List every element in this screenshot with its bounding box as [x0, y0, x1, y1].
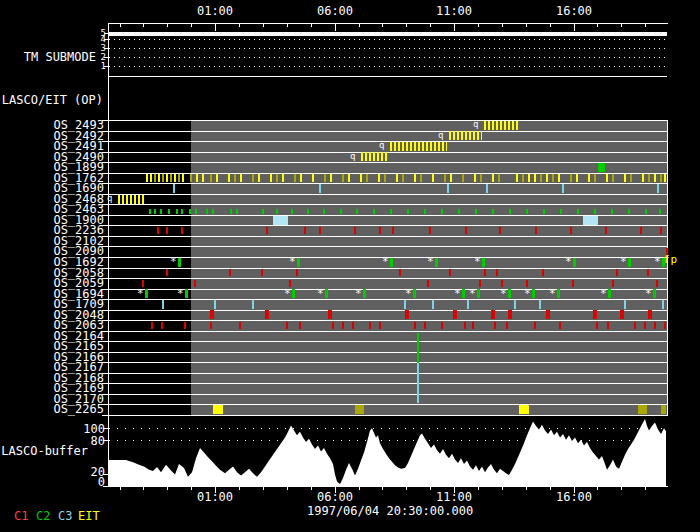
row-separator-line: [108, 299, 668, 300]
event-tick-yo: [552, 174, 554, 182]
top-axis-tick-minor: [550, 24, 551, 27]
tm-submode-level-tick: [104, 57, 108, 58]
event-tick-yb: [492, 174, 494, 182]
event-tick-rd: [166, 269, 168, 276]
event-tick-gs: [458, 209, 460, 214]
event-tick-yb: [174, 174, 176, 182]
event-tick-green: [325, 289, 328, 298]
star-marker: *: [474, 255, 481, 268]
event-tick-rd: [304, 227, 306, 234]
event-tick-cy: [514, 300, 516, 309]
top-axis-tick-minor: [645, 24, 646, 27]
row-separator-line: [108, 331, 668, 332]
event-tick-gs: [390, 209, 392, 214]
event-hatched-sequence: [118, 195, 145, 204]
q-marker: q: [379, 140, 384, 151]
event-tick-yo: [402, 174, 404, 182]
event-tick-rt: [546, 310, 550, 319]
q-marker: q: [350, 151, 355, 162]
event-tick-rd: [499, 227, 501, 234]
tm-submode-dotted-gridline: [109, 39, 668, 40]
bottom-axis-tick-minor: [526, 487, 527, 490]
event-tick-green: [390, 258, 393, 267]
event-tick-rd: [656, 280, 658, 287]
event-tick-gs: [168, 209, 170, 214]
top-axis-tick-minor: [239, 24, 240, 27]
event-tick-rd: [369, 322, 371, 329]
event-tick-rt: [508, 310, 512, 319]
star-marker: *: [654, 255, 661, 268]
bottom-axis-tick-minor: [597, 487, 598, 490]
event-block-yo: [661, 405, 666, 414]
tm-submode-dotted-gridline: [109, 57, 668, 58]
row-separator-line: [108, 373, 668, 374]
event-tick-gs: [176, 209, 178, 214]
row-separator-line: [108, 173, 668, 174]
q-marker: q: [473, 119, 478, 130]
event-tick-gs: [628, 209, 630, 214]
event-tick-rd: [352, 322, 354, 329]
buffer-ytick-mark: [103, 486, 108, 487]
event-tick-rd: [501, 280, 503, 287]
long-vertical-event-line: [417, 333, 419, 363]
event-tick-yo: [170, 174, 172, 182]
bottom-axis-tick-minor: [550, 487, 551, 490]
event-tick-green: [297, 258, 300, 267]
star-marker: *: [565, 255, 572, 268]
star-marker: *: [177, 287, 184, 300]
event-tick-rd: [299, 322, 301, 329]
event-tick-rd: [494, 322, 496, 329]
event-tick-yb: [576, 174, 578, 182]
row-separator-line: [108, 289, 668, 290]
bottom-axis-tick-minor: [502, 487, 503, 490]
event-tick-rd: [392, 227, 394, 234]
event-tick-yo: [276, 174, 278, 182]
lasco-eit-op-label: LASCO/EIT (OP): [2, 94, 103, 106]
event-tick-yb: [450, 174, 452, 182]
event-tick-yo: [630, 174, 632, 182]
event-tick-yb: [558, 174, 560, 182]
event-tick-gs: [212, 209, 214, 214]
event-tick-rd: [332, 322, 334, 329]
bottom-axis-tick-label: 16:00: [554, 491, 594, 503]
event-tick-yb: [150, 174, 152, 182]
event-tick-gs: [611, 209, 613, 214]
event-tick-cy: [467, 300, 469, 309]
event-tick-cy: [162, 300, 164, 309]
q-marker: q: [438, 130, 443, 141]
event-tick-cy: [662, 300, 664, 309]
event-tick-yb: [432, 174, 434, 182]
event-tick-rd: [427, 280, 429, 287]
event-tick-rd: [441, 322, 443, 329]
fp-annotation: fp: [663, 254, 678, 265]
event-tick-yb: [624, 174, 626, 182]
event-tick-green: [292, 289, 295, 298]
row-separator-line: [108, 204, 668, 205]
bottom-axis-tick-minor: [263, 487, 264, 490]
event-tick-rd: [289, 280, 291, 287]
event-tick-yb: [166, 174, 168, 182]
star-marker: *: [284, 287, 291, 300]
event-tick-gs: [356, 209, 358, 214]
long-vertical-event-line: [417, 363, 419, 403]
event-tick-rd: [472, 322, 474, 329]
event-tick-yo: [594, 174, 596, 182]
bottom-axis-tick-minor: [359, 487, 360, 490]
row-separator-line: [108, 278, 668, 279]
top-axis-tick-minor: [311, 24, 312, 27]
row-separator-line: [108, 131, 668, 132]
tm-submode-label: TM SUBMODE: [24, 51, 96, 63]
star-marker: *: [600, 287, 607, 300]
star-marker: *: [500, 287, 507, 300]
event-tick-gs: [181, 209, 183, 214]
event-tick-yb: [282, 174, 284, 182]
event-tick-rd: [616, 269, 618, 276]
top-axis-tick-label: 16:00: [554, 5, 594, 17]
lasco-eit-plan-display: TM SUBMODE LASCO/EIT (OP) LASCO-buffer 1…: [0, 0, 700, 532]
event-tick-yo: [540, 174, 542, 182]
bottom-axis-tick-minor: [239, 487, 240, 490]
event-tick-gs: [441, 209, 443, 214]
event-tick-green: [413, 289, 416, 298]
event-tick-green: [608, 289, 611, 298]
row-separator-line: [108, 246, 668, 247]
